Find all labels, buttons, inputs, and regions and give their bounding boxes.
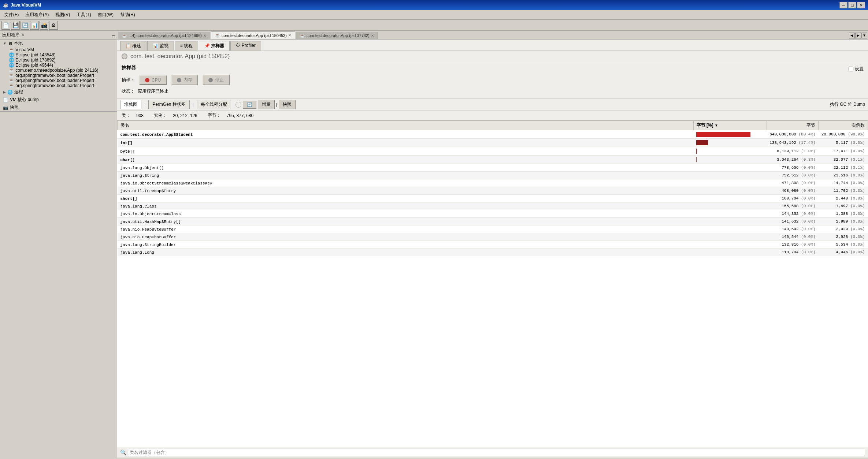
settings-checkbox[interactable]	[849, 67, 853, 71]
menu-view[interactable]: 视图(V)	[52, 11, 73, 19]
tab-close-2[interactable]: ✕	[371, 34, 374, 38]
sidebar-item-visualvm[interactable]: ☕ VisualVM	[0, 47, 117, 52]
sub-tab-overview-label: 概述	[132, 43, 141, 48]
sidebar-close-button[interactable]: ✕	[21, 33, 25, 37]
filter-input[interactable]	[128, 449, 865, 456]
sub-tab-overview[interactable]: 📋 概述	[120, 41, 146, 51]
minimize-button[interactable]: ─	[839, 2, 847, 8]
cell-classname: byte[]	[118, 147, 694, 156]
stop-sample-button[interactable]: 停止	[203, 75, 230, 85]
table-row[interactable]: java.lang.Object[]778,656 (0.0%)22,112 (…	[118, 164, 868, 172]
sidebar-eclipse2-label: Eclipse (pid 173692)	[15, 57, 55, 63]
toolbar-btn-5[interactable]: 📸	[40, 21, 48, 30]
toolbar-btn-6[interactable]: ⚙	[49, 21, 58, 30]
remote-icon: 🌐	[7, 90, 13, 95]
cell-instances: 5,117 (0.0%)	[819, 139, 868, 147]
menu-app[interactable]: 应用程序(A)	[22, 11, 52, 19]
title-bar-controls[interactable]: ─ □ ✕	[839, 2, 865, 8]
sidebar-item-eclipse2[interactable]: 🌐 Eclipse (pid 173692)	[0, 57, 117, 63]
sidebar-item-spring3[interactable]: ☕ org.springframework.boot.loader.Proper…	[0, 83, 117, 88]
tab-close-0[interactable]: ✕	[203, 34, 206, 38]
toolbar-btn-1[interactable]: 📄	[1, 21, 10, 30]
profiler-tab-permgen-label: PermGen 柱状图	[152, 102, 186, 107]
sidebar-item-vm-dump[interactable]: 📄 VM 核心 dump	[0, 96, 117, 104]
tab-app-124996[interactable]: ☕ ...4) com.test.decorator.App (pid 1249…	[118, 32, 210, 39]
toolbar-btn-2[interactable]: 💾	[11, 21, 20, 30]
table-row[interactable]: java.nio.HeapCharBuffer140,544 (0.0%)2,9…	[118, 233, 868, 241]
sub-tab-monitor[interactable]: 📊 监视	[147, 41, 174, 51]
table-row[interactable]: char[]3,043,264 (0.3%)32,077 (0.1%)	[118, 156, 868, 164]
tab-nav-dropdown[interactable]: ▼	[861, 33, 867, 38]
tab-close-1[interactable]: ✕	[288, 33, 291, 37]
cell-bar	[693, 249, 767, 256]
tab-nav-left[interactable]: ◀	[849, 33, 855, 38]
sidebar-item-demo-app[interactable]: ☕ com.demo.threadpoolsize.App (pid 24116…	[0, 68, 117, 73]
col-bytes-pct[interactable]: 字节 [%] ▼	[693, 121, 767, 130]
tab-app-37732[interactable]: ☕ com.test.decorator.App (pid 37732) ✕	[296, 32, 378, 39]
stop-label: 停止	[215, 77, 224, 83]
table-row[interactable]: java.util.TreeMap$Entry468,080 (0.0%)11,…	[118, 187, 868, 195]
memory-sample-button[interactable]: 内存	[171, 75, 198, 85]
sidebar-item-eclipse3[interactable]: 🌐 Eclipse (pid 49644)	[0, 63, 117, 68]
menu-tools[interactable]: 工具(T)	[74, 11, 94, 19]
menu-file[interactable]: 文件(F)	[1, 11, 22, 19]
col-instances[interactable]: 实例数	[819, 121, 868, 130]
table-row[interactable]: java.lang.String752,512 (0.0%)23,516 (0.…	[118, 172, 868, 179]
sub-tab-profiler[interactable]: ⏱ Profiler	[230, 41, 261, 51]
profiler-tab-heap[interactable]: 堆栈图	[120, 100, 141, 109]
local-icon: 🖥	[8, 41, 12, 46]
sidebar-item-eclipse1[interactable]: 🌐 Eclipse (pid 143548)	[0, 52, 117, 57]
profiler-record-btn[interactable]	[235, 102, 241, 108]
settings-area: 设置	[849, 66, 864, 72]
col-classname[interactable]: 类名	[118, 121, 694, 130]
threads-icon: ≡	[180, 43, 183, 48]
cell-bytes: 144,352 (0.0%)	[767, 210, 818, 218]
cpu-sample-button[interactable]: CPU	[139, 75, 167, 85]
sidebar-item-spring2[interactable]: ☕ org.springframework.boot.loader.Proper…	[0, 78, 117, 83]
profiler-snapshot-btn[interactable]: 快照	[279, 100, 296, 109]
sidebar-item-remote[interactable]: ▶ 🌐 远程	[0, 88, 117, 96]
sidebar-item-local[interactable]: ▼ 🖥 本地	[0, 40, 117, 47]
table-row[interactable]: java.lang.Long118,704 (0.0%)4,946 (0.0%)	[118, 249, 868, 256]
table-row[interactable]: java.io.ObjectStreamClass$WeakClassKey47…	[118, 179, 868, 187]
cell-classname: java.io.ObjectStreamClass	[118, 210, 694, 218]
sidebar-scrollbar[interactable]	[0, 111, 117, 117]
table-row[interactable]: byte[]8,139,112 (1.0%)17,471 (0.0%)	[118, 147, 868, 156]
col-bytes[interactable]: 字节	[767, 121, 818, 130]
table-row[interactable]: short[]160,704 (0.0%)2,440 (0.0%)	[118, 195, 868, 202]
menu-window[interactable]: 窗口(W)	[95, 11, 116, 19]
close-button[interactable]: ✕	[857, 2, 865, 8]
profiler-delta-btn[interactable]: 增量	[258, 100, 275, 109]
sidebar-minimize-button[interactable]: ─	[112, 33, 115, 37]
tree-section-remote: ▶ 🌐 远程	[0, 88, 117, 96]
table-row[interactable]: java.io.ObjectStreamClass144,352 (0.0%)1…	[118, 210, 868, 218]
maximize-button[interactable]: □	[848, 2, 856, 8]
sub-tab-sampler[interactable]: 📌 抽样器	[199, 41, 230, 51]
table-row[interactable]: com.test.decorator.App$Student640,000,00…	[118, 130, 868, 139]
table-container[interactable]: 类名 字节 [%] ▼ 字节 实例数 com.test.decorator.Ap…	[117, 120, 868, 447]
sidebar-item-spring1[interactable]: ☕ org.springframework.boot.loader.Proper…	[0, 73, 117, 78]
tab-nav-right[interactable]: ▶	[855, 33, 861, 38]
cell-bytes: 3,043,264 (0.3%)	[767, 156, 818, 164]
expand-arrow-local: ▼	[3, 41, 7, 45]
table-row[interactable]: java.lang.Class155,688 (0.0%)1,497 (0.0%…	[118, 202, 868, 210]
profiler-tab-thread[interactable]: 每个线程分配	[197, 100, 231, 109]
cell-instances: 1,989 (0.0%)	[819, 218, 868, 225]
sub-tab-profiler-label: Profiler	[242, 43, 256, 48]
menu-help[interactable]: 帮助(H)	[117, 11, 138, 19]
tab-app-150452[interactable]: ☕ com.test.decorator.App (pid 150452) ✕	[211, 31, 295, 39]
sampler-icon: 📌	[204, 43, 210, 48]
profiler-refresh-btn[interactable]: 🔄	[243, 101, 256, 109]
profiler-tab-permgen[interactable]: PermGen 柱状图	[148, 100, 190, 109]
toolbar-btn-3[interactable]: 🔄	[21, 21, 29, 30]
toolbar-btn-4[interactable]: 📊	[30, 21, 39, 30]
table-row[interactable]: java.util.HashMap$Entry[]141,632 (0.0%)1…	[118, 218, 868, 225]
cell-bar	[693, 172, 767, 179]
cell-bytes: 132,816 (0.0%)	[767, 241, 818, 249]
sampling-label: 抽样：	[122, 77, 135, 83]
table-row[interactable]: int[]138,943,192 (17.4%)5,117 (0.0%)	[118, 139, 868, 147]
table-row[interactable]: java.lang.StringBuilder132,816 (0.0%)5,5…	[118, 241, 868, 249]
sub-tab-threads[interactable]: ≡ 线程	[175, 41, 198, 51]
sidebar-item-snapshot[interactable]: 📷 快照	[0, 104, 117, 111]
table-row[interactable]: java.nio.HeapByteBuffer140,592 (0.0%)2,9…	[118, 225, 868, 233]
